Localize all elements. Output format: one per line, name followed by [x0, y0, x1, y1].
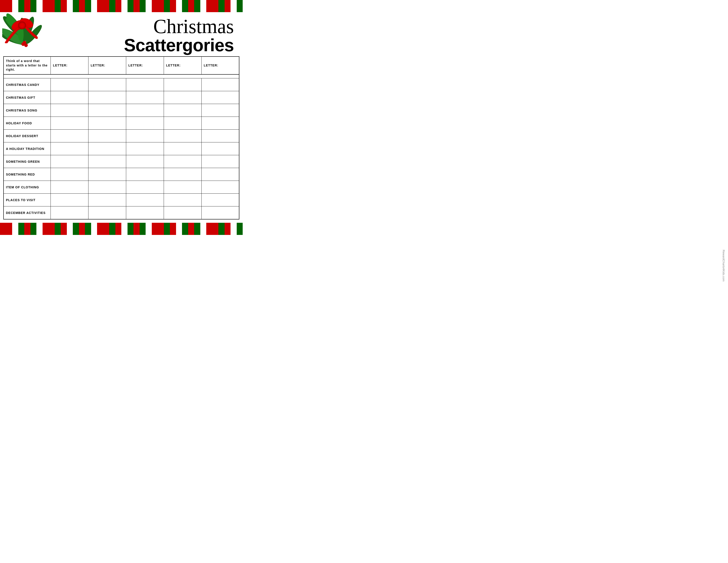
answer-cell[interactable] — [164, 181, 201, 194]
answer-cell[interactable] — [88, 104, 126, 117]
stripe — [12, 223, 18, 235]
answer-cell[interactable] — [88, 91, 126, 104]
answer-cell[interactable] — [51, 206, 88, 219]
category-cell: PLACES TO VISIT — [4, 194, 51, 206]
answer-cell[interactable] — [88, 206, 126, 219]
stripe — [206, 0, 212, 12]
answer-cell[interactable] — [164, 117, 201, 130]
stripe — [225, 223, 231, 235]
answer-cell[interactable] — [88, 78, 126, 91]
answer-cell[interactable] — [126, 130, 164, 142]
table-row: HOLIDAY FOOD — [4, 117, 239, 130]
stripe — [91, 223, 97, 235]
answer-cell[interactable] — [164, 168, 201, 181]
stripe — [188, 0, 194, 12]
answer-cell[interactable] — [51, 142, 88, 155]
stripe — [24, 223, 30, 235]
answer-cell[interactable] — [126, 155, 164, 168]
answer-cell[interactable] — [51, 181, 88, 194]
stripe — [237, 223, 243, 235]
answer-cell[interactable] — [126, 181, 164, 194]
answer-cell[interactable] — [201, 194, 239, 206]
answer-cell[interactable] — [88, 130, 126, 142]
stripe — [36, 223, 43, 235]
stripe — [212, 0, 219, 12]
stripe — [218, 0, 225, 12]
answer-cell[interactable] — [164, 78, 201, 91]
answer-cell[interactable] — [126, 117, 164, 130]
answer-cell[interactable] — [88, 181, 126, 194]
stripe — [176, 0, 182, 12]
answer-cell[interactable] — [201, 142, 239, 155]
answer-cell[interactable] — [88, 194, 126, 206]
stripe — [6, 0, 12, 12]
answer-cell[interactable] — [201, 104, 239, 117]
answer-cell[interactable] — [126, 194, 164, 206]
stripe — [182, 223, 188, 235]
svg-point-16 — [20, 23, 24, 27]
answer-cell[interactable] — [164, 104, 201, 117]
table-row: CHRISTMAS SONG — [4, 104, 239, 117]
category-cell: SOMETHING RED — [4, 168, 51, 181]
answer-cell[interactable] — [51, 117, 88, 130]
answer-cell[interactable] — [201, 91, 239, 104]
answer-cell[interactable] — [51, 155, 88, 168]
answer-cell[interactable] — [126, 142, 164, 155]
answer-cell[interactable] — [51, 194, 88, 206]
answer-cell[interactable] — [51, 104, 88, 117]
stripe — [237, 0, 243, 12]
answer-cell[interactable] — [164, 130, 201, 142]
stripe — [231, 223, 237, 235]
answer-cell[interactable] — [201, 130, 239, 142]
stripe — [194, 223, 200, 235]
answer-cell[interactable] — [164, 91, 201, 104]
answer-cell[interactable] — [126, 206, 164, 219]
table-row: ITEM OF CLOTHING — [4, 181, 239, 194]
stripe — [73, 223, 79, 235]
answer-cell[interactable] — [164, 206, 201, 219]
stripe — [170, 223, 176, 235]
answer-cell[interactable] — [164, 194, 201, 206]
stripe — [109, 0, 115, 12]
answer-cell[interactable] — [201, 168, 239, 181]
stripe — [97, 223, 103, 235]
category-cell: HOLIDAY FOOD — [4, 117, 51, 130]
answer-cell[interactable] — [88, 155, 126, 168]
answer-cell[interactable] — [88, 142, 126, 155]
letter-header-2: LETTER: — [88, 56, 126, 74]
stripe — [18, 223, 24, 235]
answer-cell[interactable] — [201, 78, 239, 91]
answer-cell[interactable] — [88, 168, 126, 181]
stripe — [158, 223, 164, 235]
category-cell: DECEMBER ACTIVITIES — [4, 206, 51, 219]
answer-cell[interactable] — [201, 117, 239, 130]
answer-cell[interactable] — [88, 117, 126, 130]
answer-cell[interactable] — [201, 181, 239, 194]
answer-cell[interactable] — [201, 206, 239, 219]
answer-cell[interactable] — [126, 168, 164, 181]
game-table-container: Think of a word that starts with a lette… — [0, 56, 243, 219]
stripe — [170, 0, 176, 12]
category-cell: ITEM OF CLOTHING — [4, 181, 51, 194]
answer-cell[interactable] — [51, 130, 88, 142]
answer-cell[interactable] — [126, 91, 164, 104]
answer-cell[interactable] — [51, 91, 88, 104]
stripe — [164, 0, 170, 12]
bottom-stripe-banner — [0, 223, 243, 235]
answer-cell[interactable] — [164, 155, 201, 168]
stripe — [55, 0, 61, 12]
stripe — [146, 223, 152, 235]
table-row: PLACES TO VISIT — [4, 194, 239, 206]
stripe — [231, 0, 237, 12]
answer-cell[interactable] — [201, 155, 239, 168]
answer-cell[interactable] — [126, 104, 164, 117]
letter-header-5: LETTER: — [201, 56, 239, 74]
stripe — [61, 0, 67, 12]
letter-header-1: LETTER: — [51, 56, 88, 74]
answer-cell[interactable] — [51, 78, 88, 91]
answer-cell[interactable] — [126, 78, 164, 91]
game-table: Think of a word that starts with a lette… — [3, 56, 239, 219]
answer-cell[interactable] — [164, 142, 201, 155]
answer-cell[interactable] — [51, 168, 88, 181]
stripe — [140, 0, 146, 12]
